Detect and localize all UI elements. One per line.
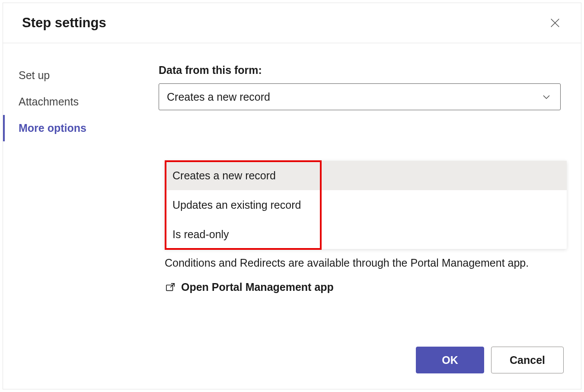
- external-link-icon: [165, 283, 176, 292]
- close-button[interactable]: [547, 15, 563, 31]
- data-from-form-select[interactable]: Creates a new record: [159, 83, 561, 110]
- cancel-button[interactable]: Cancel: [491, 347, 564, 373]
- ok-button[interactable]: OK: [416, 347, 484, 373]
- data-from-form-dropdown: Creates a new record Updates an existing…: [165, 161, 567, 249]
- dropdown-option-read-only[interactable]: Is read-only: [165, 220, 567, 249]
- open-link-label: Open Portal Management app: [181, 281, 334, 293]
- sidebar-item-more-options[interactable]: More options: [3, 115, 159, 141]
- dialog-body: Set up Attachments More options Data fro…: [3, 43, 581, 347]
- cancel-button-label: Cancel: [510, 354, 545, 367]
- close-icon: [549, 17, 561, 29]
- dialog-title: Step settings: [22, 15, 106, 31]
- step-settings-dialog: Step settings Set up Attachments More op…: [3, 3, 581, 389]
- select-value: Creates a new record: [167, 91, 270, 103]
- sidebar-item-attachments[interactable]: Attachments: [3, 89, 159, 115]
- sidebar: Set up Attachments More options: [3, 43, 159, 347]
- info-text: Conditions and Redirects are available t…: [165, 255, 567, 271]
- dropdown-option-label: Creates a new record: [172, 169, 276, 182]
- dropdown-option-updates-existing[interactable]: Updates an existing record: [165, 190, 567, 220]
- chevron-down-icon: [541, 92, 552, 102]
- dropdown-option-label: Updates an existing record: [172, 199, 301, 211]
- sidebar-item-label: More options: [19, 122, 86, 134]
- sidebar-item-label: Set up: [19, 69, 50, 81]
- dropdown-option-creates-new[interactable]: Creates a new record: [165, 161, 567, 190]
- svg-line-3: [170, 283, 174, 287]
- open-portal-management-link[interactable]: Open Portal Management app: [165, 281, 334, 293]
- sidebar-item-label: Attachments: [19, 96, 79, 108]
- dialog-header: Step settings: [3, 3, 581, 43]
- dialog-footer: OK Cancel: [3, 347, 581, 389]
- sidebar-item-setup[interactable]: Set up: [3, 62, 159, 89]
- dropdown-option-label: Is read-only: [172, 228, 229, 241]
- data-from-form-label: Data from this form:: [159, 64, 564, 76]
- ok-button-label: OK: [442, 354, 458, 367]
